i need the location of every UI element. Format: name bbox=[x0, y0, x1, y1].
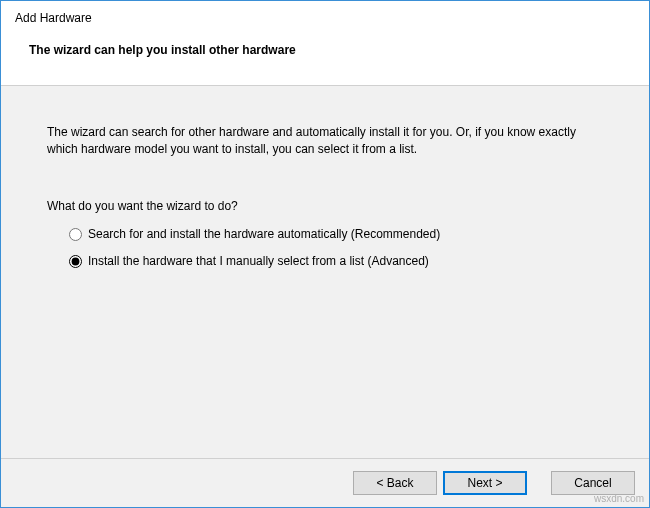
option-label-manual-select[interactable]: Install the hardware that I manually sel… bbox=[88, 253, 429, 270]
option-manual-select[interactable]: Install the hardware that I manually sel… bbox=[69, 253, 603, 270]
wizard-content: The wizard can search for other hardware… bbox=[1, 86, 649, 458]
next-button[interactable]: Next > bbox=[443, 471, 527, 495]
wizard-subtitle: The wizard can help you install other ha… bbox=[29, 43, 635, 57]
wizard-question: What do you want the wizard to do? bbox=[47, 198, 603, 215]
wizard-header: Add Hardware The wizard can help you ins… bbox=[1, 1, 649, 86]
wizard-description: The wizard can search for other hardware… bbox=[47, 124, 603, 158]
option-search-automatic[interactable]: Search for and install the hardware auto… bbox=[69, 226, 603, 243]
add-hardware-wizard-window: Add Hardware The wizard can help you ins… bbox=[0, 0, 650, 508]
wizard-footer: < Back Next > Cancel bbox=[1, 458, 649, 507]
radio-manual-select[interactable] bbox=[69, 255, 82, 268]
wizard-options: Search for and install the hardware auto… bbox=[69, 226, 603, 270]
radio-search-automatic[interactable] bbox=[69, 228, 82, 241]
option-label-search-automatic[interactable]: Search for and install the hardware auto… bbox=[88, 226, 440, 243]
back-button[interactable]: < Back bbox=[353, 471, 437, 495]
cancel-button[interactable]: Cancel bbox=[551, 471, 635, 495]
window-title: Add Hardware bbox=[15, 11, 635, 25]
